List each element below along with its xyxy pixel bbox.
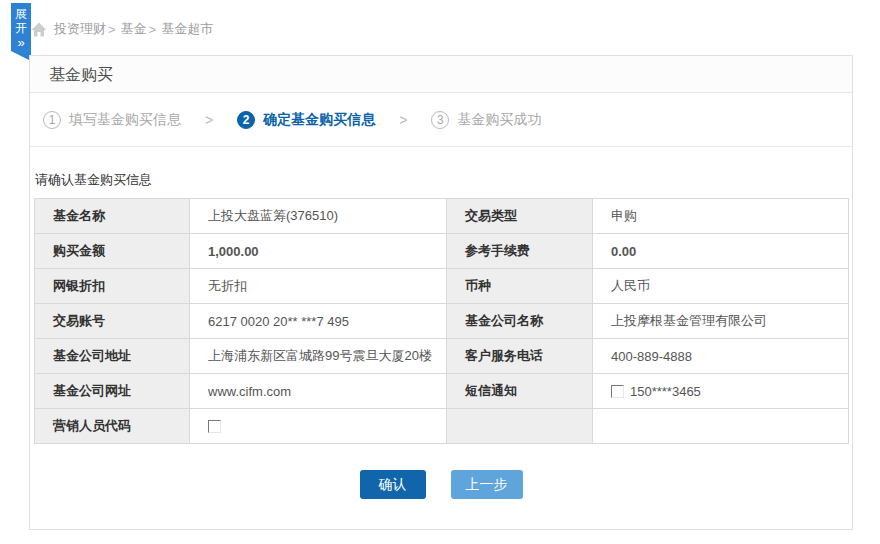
- marketing-agent-code-checkbox[interactable]: [208, 420, 221, 433]
- step-1-fill-info: 1 填写基金购买信息: [43, 111, 181, 129]
- sms-notify-phone: 150****3465: [630, 384, 701, 399]
- expand-sidebar-label: 展开: [11, 3, 31, 35]
- confirm-prompt: 请确认基金购买信息: [35, 171, 852, 189]
- trade-type-label: 交易类型: [447, 199, 593, 234]
- table-row: 交易账号 6217 0020 20** ***7 495 基金公司名称 上投摩根…: [35, 304, 849, 339]
- purchase-amount-value: 1,000.00: [190, 234, 447, 269]
- fund-company-website-label: 基金公司网址: [35, 374, 190, 409]
- fund-name-value: 上投大盘蓝筹(376510): [190, 199, 447, 234]
- step-2-number: 2: [237, 111, 255, 129]
- marketing-agent-code-cell: [190, 409, 447, 444]
- sms-notify-checkbox[interactable]: [611, 385, 624, 398]
- empty-label-cell: [447, 409, 593, 444]
- customer-service-phone-label: 客户服务电话: [447, 339, 593, 374]
- previous-step-button[interactable]: 上一步: [451, 470, 523, 499]
- fund-company-address-value: 上海浦东新区富城路99号震旦大厦20楼: [190, 339, 447, 374]
- empty-value-cell: [593, 409, 849, 444]
- reference-fee-value: 0.00: [593, 234, 849, 269]
- page-title: 基金购买: [30, 56, 852, 93]
- trade-account-value: 6217 0020 20** ***7 495: [190, 304, 447, 339]
- sms-notify-cell: 150****3465: [593, 374, 849, 409]
- step-3-success: 3 基金购买成功: [431, 111, 541, 129]
- fund-purchase-panel: 基金购买 1 填写基金购买信息 > 2 确定基金购买信息 > 3 基金购买成功 …: [29, 55, 853, 530]
- page: 展开 » 投资理财 > 基金 > 基金超市 基金购买 1 填写基金购买信息 > …: [0, 0, 880, 544]
- step-3-label: 基金购买成功: [457, 111, 541, 129]
- table-row: 基金公司网址 www.cifm.com 短信通知 150****3465: [35, 374, 849, 409]
- table-row: 基金公司地址 上海浦东新区富城路99号震旦大厦20楼 客户服务电话 400-88…: [35, 339, 849, 374]
- reference-fee-label: 参考手续费: [447, 234, 593, 269]
- step-1-label: 填写基金购买信息: [69, 111, 181, 129]
- currency-value: 人民币: [593, 269, 849, 304]
- table-row: 营销人员代码: [35, 409, 849, 444]
- breadcrumb-separator: >: [108, 22, 116, 37]
- purchase-amount-label: 购买金额: [35, 234, 190, 269]
- fund-company-website-value: www.cifm.com: [190, 374, 447, 409]
- breadcrumb-separator: >: [149, 22, 157, 37]
- trade-account-label: 交易账号: [35, 304, 190, 339]
- home-icon[interactable]: [31, 22, 47, 37]
- customer-service-phone-value: 400-889-4888: [593, 339, 849, 374]
- breadcrumb-item-invest[interactable]: 投资理财: [54, 20, 106, 38]
- step-2-label: 确定基金购买信息: [263, 111, 375, 129]
- trade-type-value: 申购: [593, 199, 849, 234]
- step-1-number: 1: [43, 111, 61, 129]
- table-row: 基金名称 上投大盘蓝筹(376510) 交易类型 申购: [35, 199, 849, 234]
- step-2-confirm-info: 2 确定基金购买信息: [237, 111, 375, 129]
- breadcrumb-item-fund-market[interactable]: 基金超市: [161, 20, 213, 38]
- ebank-discount-value: 无折扣: [190, 269, 447, 304]
- marketing-agent-code-label: 营销人员代码: [35, 409, 190, 444]
- breadcrumb: 投资理财 > 基金 > 基金超市: [31, 20, 213, 38]
- ebank-discount-label: 网银折扣: [35, 269, 190, 304]
- step-3-number: 3: [431, 111, 449, 129]
- confirm-button[interactable]: 确认: [360, 470, 426, 499]
- expand-sidebar-tab[interactable]: 展开 »: [11, 3, 31, 61]
- table-row: 网银折扣 无折扣 币种 人民币: [35, 269, 849, 304]
- breadcrumb-item-fund[interactable]: 基金: [121, 20, 147, 38]
- fund-name-label: 基金名称: [35, 199, 190, 234]
- fund-purchase-info-table: 基金名称 上投大盘蓝筹(376510) 交易类型 申购 购买金额 1,000.0…: [34, 198, 849, 444]
- fund-company-name-value: 上投摩根基金管理有限公司: [593, 304, 849, 339]
- fund-company-name-label: 基金公司名称: [447, 304, 593, 339]
- fund-company-address-label: 基金公司地址: [35, 339, 190, 374]
- table-row: 购买金额 1,000.00 参考手续费 0.00: [35, 234, 849, 269]
- step-arrow-icon: >: [399, 112, 407, 128]
- sms-notify-label: 短信通知: [447, 374, 593, 409]
- step-arrow-icon: >: [205, 112, 213, 128]
- currency-label: 币种: [447, 269, 593, 304]
- double-chevron-right-icon: »: [11, 36, 31, 50]
- step-indicator: 1 填写基金购买信息 > 2 确定基金购买信息 > 3 基金购买成功: [30, 93, 852, 147]
- action-buttons: 确认 上一步: [30, 470, 852, 499]
